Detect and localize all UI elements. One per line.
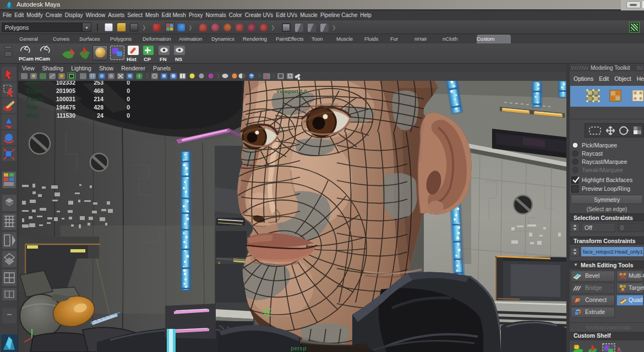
svg-text:24: 24 [97,112,103,119]
svg-text:428: 428 [94,104,103,111]
svg-text:100031: 100031 [56,96,75,102]
svg-text:111530: 111530 [57,112,75,119]
svg-text:FN: FN [160,56,167,62]
svg-text:Tris:: Tris: [26,104,39,111]
svg-text:253: 253 [94,81,103,86]
svg-text:Hist: Hist [127,56,137,62]
svg-text:0: 0 [127,87,130,94]
svg-text:Faces:: Faces: [26,96,45,102]
svg-text:persp: persp [291,345,307,351]
svg-text:PCam HCam: PCam HCam [19,56,50,62]
svg-text:Verts:: Verts: [26,81,42,86]
svg-text:0: 0 [127,81,130,86]
svg-text:214: 214 [94,96,103,102]
svg-text:196675: 196675 [56,104,75,111]
svg-text:Edges:: Edges: [26,87,46,94]
svg-text:0: 0 [127,112,130,119]
svg-text:0: 0 [127,96,130,102]
svg-text:UVs:: UVs: [26,112,40,119]
svg-text:201905: 201905 [56,87,75,94]
svg-text:102332: 102332 [56,81,75,86]
svg-text:NS: NS [175,56,182,62]
svg-text:0: 0 [127,104,130,111]
svg-text:CP: CP [144,56,151,62]
svg-text:468: 468 [94,87,103,94]
svg-text:Viewport 2.0: Viewport 2.0 [276,88,307,94]
